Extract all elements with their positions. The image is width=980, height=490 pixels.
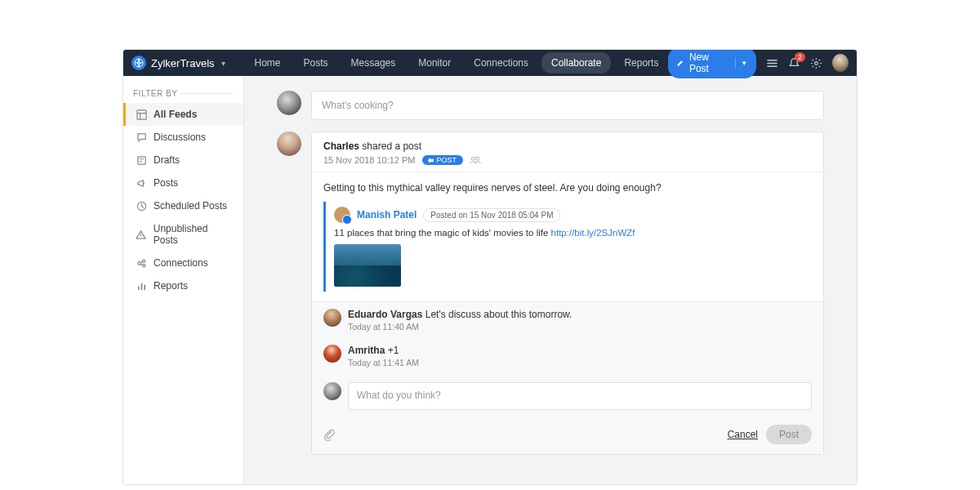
connections-icon [136, 257, 147, 269]
chevron-down-icon: ▾ [742, 59, 746, 67]
cancel-button[interactable]: Cancel [728, 429, 758, 440]
sidebar: FILTER BY All FeedsDiscussionsDraftsPost… [123, 76, 244, 484]
svg-rect-3 [136, 109, 145, 118]
settings-icon[interactable] [810, 57, 822, 69]
post-button[interactable]: Post [766, 425, 812, 444]
chevron-down-icon: ▾ [221, 59, 225, 68]
list-icon[interactable] [766, 57, 778, 69]
brand-logo [131, 56, 146, 70]
nav-item-home[interactable]: Home [245, 52, 291, 74]
clock-icon [136, 200, 147, 212]
svg-point-19 [471, 157, 474, 160]
nav-item-posts[interactable]: Posts [294, 52, 338, 74]
reply-input[interactable]: What do you think? [348, 382, 812, 410]
brand-name: ZylkerTravels [151, 57, 215, 69]
audience-icon [470, 155, 481, 165]
sidebar-item-label: Drafts [154, 154, 180, 166]
post-author-avatar [277, 131, 301, 156]
user-avatar[interactable] [832, 54, 849, 72]
comment-item: Amritha +1 Today at 11:41 AM [312, 338, 823, 374]
sidebar-item-scheduled-posts[interactable]: Scheduled Posts [123, 194, 243, 217]
sidebar-item-label: Discussions [154, 131, 206, 143]
sidebar-item-label: Connections [154, 257, 208, 269]
sidebar-item-label: Reports [154, 280, 188, 292]
svg-line-14 [140, 261, 143, 262]
main-nav: HomePostsMessagesMonitorConnectionsColla… [245, 52, 669, 74]
comments-section: Eduardo Vargas Let's discuss about this … [312, 301, 823, 454]
shared-text: 11 places that bring the magic of kids' … [334, 228, 551, 238]
post-author[interactable]: Charles [323, 140, 359, 152]
sidebar-item-label: All Feeds [154, 109, 197, 120]
comment-time: Today at 11:41 AM [348, 358, 812, 368]
comment-item: Eduardo Vargas Let's discuss about this … [312, 302, 823, 338]
sidebar-item-label: Unpublished Posts [154, 223, 234, 246]
sidebar-item-connections[interactable]: Connections [123, 252, 243, 274]
svg-point-11 [137, 261, 140, 265]
sidebar-item-all-feeds[interactable]: All Feeds [123, 103, 243, 126]
comment-avatar [323, 345, 341, 363]
post-timestamp: 15 Nov 2018 10:12 PM [323, 155, 416, 165]
comment-author[interactable]: Eduardo Vargas [348, 309, 422, 320]
comment-text: Let's discuss about this tomorrow. [422, 309, 572, 320]
sidebar-item-drafts[interactable]: Drafts [123, 149, 243, 172]
comment-avatar [323, 309, 341, 327]
composer-avatar [277, 91, 301, 115]
new-post-button[interactable]: New Post ▾ [668, 49, 756, 78]
shared-link[interactable]: http://bit.ly/2SJnWZf [551, 228, 635, 238]
megaphone-icon [136, 177, 147, 189]
attachment-icon[interactable] [323, 429, 336, 441]
post-action: shared a post [359, 140, 421, 152]
chat-icon [136, 131, 147, 143]
svg-line-15 [140, 264, 143, 265]
reply-avatar [323, 382, 341, 400]
pencil-icon [676, 59, 684, 68]
draft-icon [136, 154, 147, 166]
notifications-icon[interactable]: 2 [788, 57, 800, 69]
notification-badge: 2 [795, 52, 805, 62]
sidebar-item-unpublished-posts[interactable]: Unpublished Posts [123, 217, 243, 252]
shared-post: Manish Patel Posted on 15 Nov 2018 05:04… [323, 202, 812, 292]
reports-icon [136, 280, 147, 292]
shared-image[interactable] [334, 244, 401, 287]
sidebar-item-reports[interactable]: Reports [123, 274, 243, 297]
warn-icon [136, 229, 147, 240]
nav-item-connections[interactable]: Connections [464, 52, 538, 74]
filter-header: FILTER BY [133, 89, 177, 98]
sidebar-item-label: Scheduled Posts [154, 200, 227, 212]
comment-text: +1 [385, 345, 399, 356]
nav-item-monitor[interactable]: Monitor [408, 52, 461, 74]
composer-input[interactable]: What's cooking? [311, 91, 824, 120]
comment-author[interactable]: Amritha [348, 345, 385, 356]
sidebar-item-posts[interactable]: Posts [123, 172, 243, 194]
brand-switcher[interactable]: ZylkerTravels ▾ [131, 56, 225, 70]
post-type-badge: POST [422, 155, 464, 165]
nav-item-collaborate[interactable]: Collaborate [541, 52, 611, 74]
nav-item-reports[interactable]: Reports [614, 52, 668, 74]
sidebar-item-label: Posts [154, 177, 178, 189]
shared-author[interactable]: Manish Patel [357, 209, 416, 220]
comment-time: Today at 11:40 AM [348, 322, 812, 332]
new-post-label: New Post [689, 51, 725, 74]
svg-point-2 [815, 61, 818, 65]
post-card: Charles shared a post 15 Nov 2018 10:12 … [311, 131, 824, 455]
shared-author-avatar [334, 207, 350, 223]
svg-point-20 [476, 157, 479, 160]
feed-icon [136, 109, 147, 120]
nav-item-messages[interactable]: Messages [341, 52, 406, 74]
shared-timestamp: Posted on 15 Nov 2018 05:04 PM [423, 208, 560, 222]
divider [180, 93, 234, 94]
sidebar-item-discussions[interactable]: Discussions [123, 126, 243, 149]
svg-rect-6 [137, 156, 145, 163]
post-body-text: Getting to this mythical valley requires… [323, 182, 812, 194]
